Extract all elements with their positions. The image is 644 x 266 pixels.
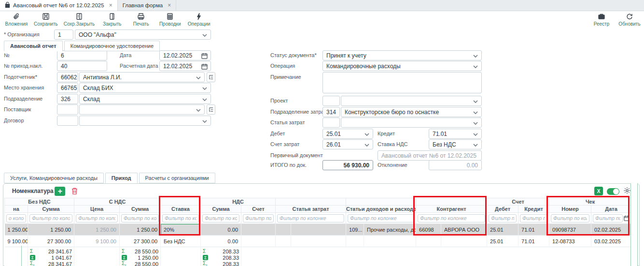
vat-rate-select[interactable]: Без НДС (429, 139, 482, 149)
cell-sum-with-vat[interactable]: 1 250.00 (120, 224, 161, 236)
cell-check-date[interactable]: 03.02.2025 (591, 236, 631, 247)
filter-input-cost-item[interactable] (277, 214, 344, 222)
organization-code-field[interactable]: 1 (54, 30, 73, 40)
cell-contractor-name[interactable]: АВРОРА ООО (441, 224, 487, 236)
no-field[interactable]: 6 (57, 50, 107, 60)
cell-vat-account[interactable] (241, 236, 276, 247)
department-code-field[interactable]: 326 (57, 94, 78, 104)
add-row-button[interactable] (55, 187, 65, 196)
cell-debit[interactable]: 25.01 (487, 236, 518, 247)
registry-button[interactable]: Реестр (590, 13, 613, 27)
cell-rate[interactable]: Без НДС (161, 236, 201, 247)
debit-select[interactable]: 25.01 (322, 129, 373, 139)
operations-button[interactable]: Операции (187, 13, 210, 27)
print-button[interactable]: Печать (129, 13, 153, 27)
col-header-income-items[interactable]: Статьи доходов и расходов (346, 206, 416, 213)
close-button[interactable]: Закрыть (100, 13, 124, 27)
accountable-select[interactable]: Антипина Л.И. (79, 72, 205, 82)
cell-contractor-code[interactable]: 66098 (416, 224, 441, 236)
cell-sum-no-vat[interactable]: 27 300.00 (28, 236, 74, 247)
tab-services-travel-expenses[interactable]: Услуги, Командировочные расходы (4, 173, 104, 183)
filter-input-income-items[interactable] (348, 214, 414, 222)
cell-rate[interactable]: 20% (161, 224, 201, 236)
tab-travel-certificate[interactable]: Командировочное удостоверение (64, 41, 160, 51)
total-field[interactable]: 56 930.00 (322, 160, 373, 170)
organization-select[interactable]: ООО "Альфа" (75, 30, 211, 40)
cost-department-select[interactable]: Конструкторское бюро по оснастке (341, 107, 482, 117)
col-header-vat-account[interactable]: Счет (241, 206, 276, 213)
cell-price-with-vat[interactable]: 9 100.00 (74, 236, 120, 247)
col-header-price-clipped[interactable]: на (5, 206, 28, 213)
cell-price-with-vat[interactable]: 1 250.00 (74, 224, 120, 236)
col-header-rate[interactable]: Ставка (161, 206, 201, 213)
cell-credit[interactable]: 71.01 (518, 224, 549, 236)
cost-item-code-field[interactable] (322, 118, 340, 128)
storage-select[interactable]: Склад БИХ (79, 83, 211, 93)
col-header-check-no[interactable]: Номер (549, 206, 591, 213)
cost-account-select[interactable]: 26.01 (322, 139, 373, 149)
filter-input-price-clipped[interactable] (6, 214, 26, 222)
cell-vat-sum[interactable]: 0.00 (201, 236, 241, 247)
filter-input-contractor[interactable] (418, 214, 485, 222)
col-header-vat-sum[interactable]: Сумма (201, 206, 241, 213)
cell-vat-account[interactable] (241, 224, 276, 236)
filter-input-credit[interactable] (520, 214, 547, 222)
project-select[interactable] (341, 96, 482, 106)
filter-input-price-with-vat[interactable] (76, 214, 118, 222)
cell-vat-sum[interactable]: 0.00 (201, 224, 241, 236)
supplier-tree-button[interactable] (207, 104, 215, 115)
accountable-code-field[interactable]: 66062 (57, 72, 78, 82)
supplier-select[interactable] (79, 104, 205, 115)
calendar-icon[interactable] (201, 53, 208, 59)
col-header-debit[interactable]: Дебет (487, 206, 518, 213)
status-select[interactable]: Принят к учету (322, 50, 482, 60)
delete-row-button[interactable] (71, 187, 78, 196)
filter-input-debit[interactable] (489, 214, 517, 222)
cell-income-name[interactable]: Прочие расходы, дохо... (364, 224, 416, 236)
close-icon[interactable]: × (109, 2, 112, 9)
cell-contractor-name[interactable] (441, 236, 487, 247)
col-header-sum-no-vat[interactable]: Сумма (28, 206, 74, 213)
contract-select[interactable] (79, 116, 211, 126)
department-select[interactable]: Склад (79, 94, 211, 104)
filter-input-check-no[interactable] (551, 214, 589, 222)
refresh-button[interactable]: Обновить (618, 13, 641, 27)
filter-input-check-date[interactable] (593, 214, 623, 222)
cell-price-no-vat[interactable]: 9 100.00 (5, 236, 28, 247)
cell-check-no[interactable]: 09098737 (549, 224, 591, 236)
tab-receipt[interactable]: Приход (105, 173, 138, 183)
cell-price-no-vat[interactable]: 1 250.00 (5, 224, 28, 236)
accountable-tree-button[interactable] (207, 72, 215, 82)
tab-settlements-with-organizations[interactable]: Расчеты с организациями (139, 173, 215, 183)
col-header-check-date[interactable]: Дата (591, 206, 631, 213)
cell-check-date[interactable]: 02.02.2025 (591, 224, 631, 236)
cell-cost-item-name[interactable] (291, 224, 346, 236)
window-tab-advance-report[interactable]: Авансовый отчет №6 от 12.02.2025 × (0, 0, 118, 11)
note-textarea[interactable] (322, 72, 482, 93)
filter-input-rate[interactable] (162, 214, 199, 222)
filter-input-vat-account[interactable] (243, 214, 274, 222)
credit-select[interactable]: 71.01 (429, 129, 482, 139)
cell-sum-no-vat[interactable]: 1 250.00 (28, 224, 74, 236)
filter-input-sum-no-vat[interactable] (29, 214, 72, 222)
close-icon[interactable]: × (168, 2, 171, 9)
calendar-icon[interactable] (201, 63, 208, 70)
cell-income-code[interactable] (346, 236, 364, 247)
cell-income-name[interactable] (364, 236, 416, 247)
table-row[interactable]: 1 250.00 1 250.00 1 250.00 1 250.00 20% … (5, 224, 631, 236)
cell-cost-item-code[interactable] (276, 236, 291, 247)
table-row[interactable]: 9 100.00 27 300.00 9 100.00 27 300.00 Бе… (5, 236, 631, 247)
tab-advance-report[interactable]: Авансовый отчет (4, 41, 63, 51)
operation-select[interactable]: Командировочные расходы (322, 61, 482, 71)
col-header-price-with-vat[interactable]: Цена (74, 206, 120, 213)
save-button[interactable]: Сохранить (34, 13, 58, 27)
project-code-field[interactable] (322, 96, 340, 106)
date-field[interactable]: 12.02.2025 (159, 50, 211, 60)
grid-scroll-strip[interactable] (630, 183, 638, 266)
invoice-no-field[interactable]: 40 (57, 61, 107, 71)
cell-check-no[interactable]: 12-08733 (549, 236, 591, 247)
cost-item-select[interactable] (341, 118, 482, 128)
save-close-button[interactable]: Сохр.Закрыть (64, 13, 95, 27)
storage-code-field[interactable]: 66765 (57, 83, 78, 93)
col-header-contractor[interactable]: Контрагент (416, 206, 487, 213)
